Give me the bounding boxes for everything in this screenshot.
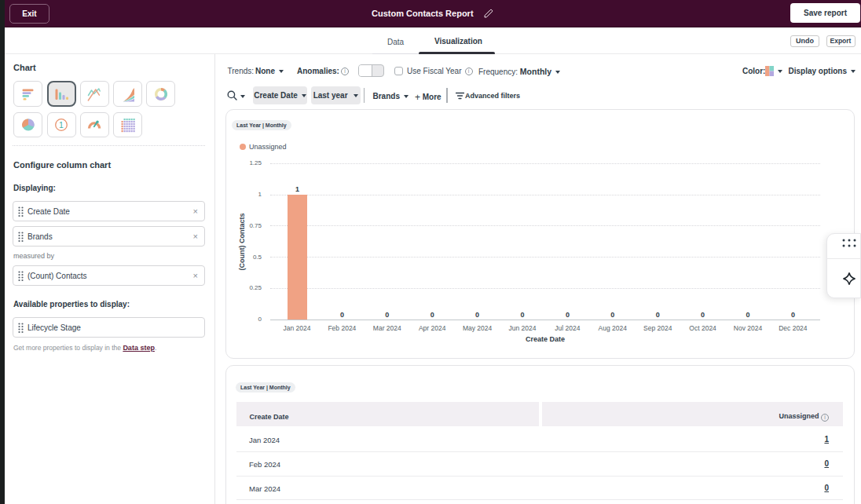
svg-text:1: 1: [59, 120, 64, 130]
